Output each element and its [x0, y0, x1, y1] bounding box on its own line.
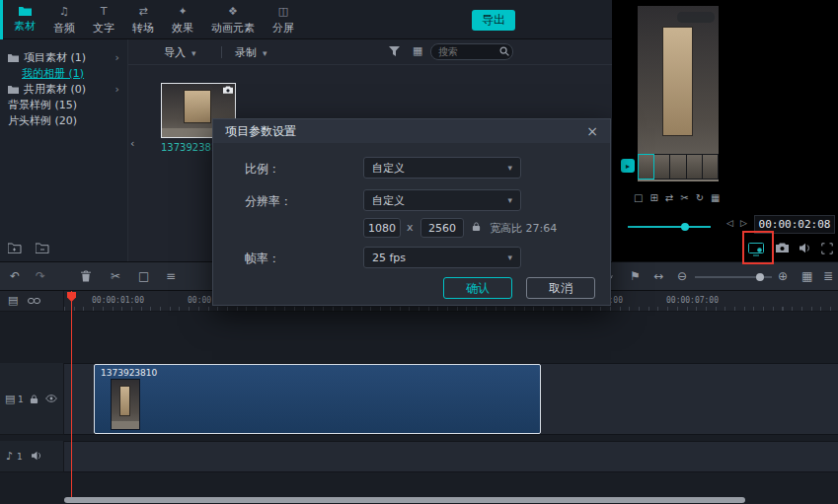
layout-tool-icon[interactable]: ▦: [711, 193, 720, 203]
filmstrip-frame[interactable]: [670, 155, 685, 179]
close-icon[interactable]: ×: [586, 123, 598, 139]
resolution-value: 自定义: [372, 193, 405, 208]
playhead-line[interactable]: [71, 291, 72, 497]
grid-tool-icon[interactable]: ⊞: [649, 193, 657, 203]
track-list-icon[interactable]: ≣: [823, 270, 833, 282]
aspect-lock-icon[interactable]: [472, 221, 481, 232]
zoom-slider-handle[interactable]: [756, 273, 764, 281]
transition-icon: ⇄: [138, 5, 147, 18]
filmstrip-frame[interactable]: [703, 155, 718, 179]
fullscreen-icon[interactable]: [821, 243, 833, 254]
sidebar-item-intro-samples[interactable]: 片头样例 (20): [0, 112, 127, 128]
eye-icon[interactable]: [45, 395, 57, 402]
seek-handle[interactable]: [681, 223, 689, 231]
top-tabs: 素材 ♫ 音频 T 文字 ⇄ 转场 ✦ 效果 ❖ 动画元素: [5, 0, 303, 39]
video-track-header: ▤ 1: [0, 363, 64, 435]
link-icon[interactable]: [28, 297, 40, 305]
chevron-right-icon[interactable]: ›: [115, 51, 119, 64]
sidebar-item-project-media[interactable]: 项目素材 (1) ›: [0, 49, 127, 65]
grid-view-icon[interactable]: ▦: [413, 45, 422, 56]
fit-timeline-icon[interactable]: ↔: [653, 270, 663, 282]
transition-tool-icon[interactable]: ⇄: [665, 193, 673, 203]
cancel-button[interactable]: 取消: [526, 277, 595, 299]
tab-label: 动画元素: [211, 21, 255, 36]
filmstrip-tool-icon[interactable]: ▸: [621, 159, 635, 173]
prev-frame-icon[interactable]: ◁: [726, 219, 733, 228]
redo-icon[interactable]: ↷: [36, 270, 45, 282]
seek-slider[interactable]: [628, 223, 711, 231]
active-tab-indicator: [0, 0, 3, 39]
speaker-icon[interactable]: [32, 451, 42, 461]
filter-icon[interactable]: [389, 46, 400, 56]
ratio-select[interactable]: 自定义 ▾: [363, 157, 521, 179]
tab-elements[interactable]: ❖ 动画元素: [202, 0, 264, 39]
preview-panel: ▸ □ ⊞ ⇄ ✂ ↻ ▦ ◁ ▷ 00:00:02:08: [612, 0, 838, 261]
import-label: 导入: [164, 45, 186, 60]
folder-icon: [8, 85, 19, 94]
cut-tool-icon[interactable]: ✂: [680, 193, 688, 203]
tab-label: 分屏: [272, 21, 294, 36]
audio-track-lane[interactable]: [64, 441, 838, 472]
new-folder-icon[interactable]: [8, 243, 22, 253]
collapse-sidebar-icon[interactable]: ‹: [130, 138, 134, 149]
marker-icon[interactable]: ⚑: [630, 270, 641, 282]
zoom-in-icon[interactable]: ⊕: [778, 270, 788, 282]
search-icon[interactable]: [499, 46, 509, 56]
filmstrip-frame[interactable]: [639, 155, 653, 179]
timeline-clip[interactable]: 1373923810: [94, 364, 541, 434]
undo-icon[interactable]: ↶: [10, 270, 20, 282]
crop-tool-icon[interactable]: □: [634, 193, 643, 203]
collection-icon[interactable]: ▤: [8, 295, 18, 306]
tab-transitions[interactable]: ⇄ 转场: [123, 0, 163, 39]
dialog-title-bar[interactable]: 项目参数设置 ×: [213, 119, 610, 143]
filmstrip-frame[interactable]: [654, 155, 669, 179]
music-icon: ♫: [59, 5, 69, 18]
width-input[interactable]: [363, 218, 401, 238]
tab-splitscreen[interactable]: ◫ 分屏: [264, 0, 303, 39]
crop-icon[interactable]: □: [138, 270, 149, 282]
resolution-select[interactable]: 自定义 ▾: [363, 189, 521, 211]
track-grid-icon[interactable]: ▦: [801, 270, 812, 282]
chevron-down-icon: ▾: [507, 163, 512, 173]
preview-tools: □ ⊞ ⇄ ✂ ↻ ▦: [634, 193, 720, 203]
zoom-out-icon[interactable]: ⊖: [677, 270, 687, 282]
tab-media[interactable]: 素材: [5, 0, 44, 39]
snapshot-camera-icon[interactable]: [776, 243, 789, 252]
confirm-button[interactable]: 确认: [443, 277, 512, 299]
highlight-box: [742, 231, 774, 264]
record-dropdown[interactable]: 录制 ▾: [235, 45, 267, 60]
header-divider: [221, 46, 222, 58]
ratio-label: 比例：: [245, 161, 280, 178]
height-input[interactable]: [420, 218, 464, 238]
import-dropdown[interactable]: 导入 ▾: [164, 45, 196, 60]
sidebar-item-shared-media[interactable]: 共用素材 (0) ›: [0, 81, 127, 97]
framerate-label: 帧率：: [245, 251, 280, 267]
scissors-icon[interactable]: ✂: [111, 270, 120, 282]
tab-effects[interactable]: ✦ 效果: [163, 0, 202, 39]
sidebar-item-my-album[interactable]: 我的相册 (1): [0, 65, 127, 81]
export-button[interactable]: 导出: [472, 10, 515, 31]
ruler-label: 00:00:07:00: [666, 296, 719, 305]
filmstrip-frame[interactable]: [687, 155, 702, 179]
lock-icon[interactable]: [30, 394, 38, 404]
framerate-select[interactable]: 25 fps ▾: [363, 247, 521, 268]
search-box: [430, 43, 513, 60]
tab-audio[interactable]: ♫ 音频: [44, 0, 84, 39]
audio-track-header: ♪ 1: [0, 441, 64, 472]
adjust-icon[interactable]: ≡: [166, 270, 176, 282]
sidebar-item-background-samples[interactable]: 背景样例 (15): [0, 97, 127, 112]
rotate-tool-icon[interactable]: ↻: [696, 193, 704, 203]
delete-icon[interactable]: [81, 270, 91, 282]
tab-text[interactable]: T 文字: [84, 0, 123, 39]
speaker-icon[interactable]: [800, 243, 811, 253]
delete-folder-icon[interactable]: [36, 243, 49, 253]
audio-track-number: 1: [17, 452, 23, 462]
next-frame-icon[interactable]: ▷: [740, 219, 747, 228]
horizontal-scrollbar[interactable]: [64, 497, 745, 503]
clip-thumbnail: [111, 379, 140, 430]
elements-icon: ❖: [228, 5, 238, 18]
ruler-ticks: [64, 307, 838, 311]
chevron-right-icon[interactable]: ›: [115, 83, 119, 96]
seek-track: [628, 226, 711, 228]
preview-filmstrip[interactable]: [638, 154, 719, 180]
